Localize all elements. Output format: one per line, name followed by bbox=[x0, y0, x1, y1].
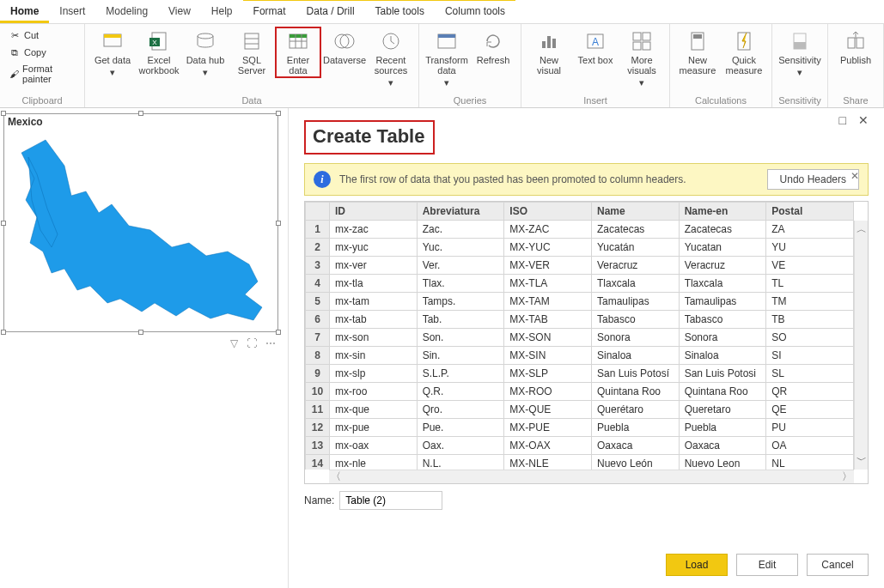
grid-cell[interactable]: MX-NLE bbox=[504, 455, 592, 470]
vertical-scrollbar[interactable]: ︿ ﹀ bbox=[854, 221, 868, 470]
text-box-button[interactable]: A Text box bbox=[573, 27, 618, 67]
grid-cell[interactable]: Zacatecas bbox=[679, 221, 766, 239]
grid-cell[interactable]: Q.R. bbox=[417, 383, 504, 401]
more-options-icon[interactable]: ⋯ bbox=[265, 337, 276, 349]
grid-cell[interactable]: MX-ZAC bbox=[504, 221, 592, 239]
grid-cell[interactable]: TL bbox=[766, 275, 854, 293]
grid-cell[interactable]: Sinaloa bbox=[679, 347, 766, 365]
scroll-down-icon[interactable]: ﹀ bbox=[855, 452, 869, 470]
data-hub-button[interactable]: Data hub▾ bbox=[183, 27, 228, 79]
get-data-button[interactable]: Get data▾ bbox=[90, 27, 135, 79]
grid-cell[interactable]: mx-pue bbox=[330, 419, 418, 437]
column-header[interactable]: ISO bbox=[504, 203, 592, 221]
grid-cell[interactable]: Tamaulipas bbox=[679, 293, 766, 311]
grid-cell[interactable]: MX-QUE bbox=[504, 401, 592, 419]
grid-cell[interactable]: mx-tla bbox=[330, 275, 418, 293]
row-number[interactable]: 12 bbox=[306, 419, 330, 437]
grid-cell[interactable]: Zac. bbox=[417, 221, 504, 239]
grid-cell[interactable]: TM bbox=[766, 293, 854, 311]
excel-workbook-button[interactable]: X Excel workbook bbox=[137, 27, 181, 77]
tab-modeling[interactable]: Modeling bbox=[95, 0, 158, 23]
grid-cell[interactable]: Sinaloa bbox=[591, 347, 679, 365]
row-number[interactable]: 6 bbox=[306, 311, 330, 329]
undo-headers-button[interactable]: Undo Headers bbox=[767, 169, 859, 190]
new-measure-button[interactable]: New measure bbox=[675, 27, 720, 77]
grid-cell[interactable]: Qro. bbox=[417, 401, 504, 419]
grid-cell[interactable]: SO bbox=[766, 329, 854, 347]
grid-cell[interactable]: MX-SON bbox=[504, 329, 592, 347]
grid-cell[interactable]: Puebla bbox=[679, 419, 766, 437]
column-header[interactable]: ID bbox=[330, 203, 418, 221]
row-number[interactable]: 9 bbox=[306, 365, 330, 383]
grid-cell[interactable]: MX-SIN bbox=[504, 347, 592, 365]
sql-server-button[interactable]: SQL Server bbox=[229, 27, 274, 77]
grid-cell[interactable]: S.L.P. bbox=[417, 365, 504, 383]
grid-cell[interactable]: mx-sin bbox=[330, 347, 418, 365]
grid-cell[interactable]: mx-tam bbox=[330, 293, 418, 311]
load-button[interactable]: Load bbox=[666, 554, 728, 576]
column-header[interactable]: Name bbox=[591, 203, 679, 221]
dataverse-button[interactable]: Dataverse bbox=[322, 27, 367, 67]
grid-cell[interactable]: VE bbox=[766, 257, 854, 275]
grid-cell[interactable]: Querétaro bbox=[591, 401, 679, 419]
row-number[interactable]: 11 bbox=[306, 401, 330, 419]
dialog-close-icon[interactable]: ✕ bbox=[858, 113, 869, 127]
grid-cell[interactable]: Queretaro bbox=[679, 401, 766, 419]
sensitivity-button[interactable]: Sensitivity▾ bbox=[777, 27, 822, 79]
grid-cell[interactable]: Yucatan bbox=[679, 239, 766, 257]
grid-cell[interactable]: Son. bbox=[417, 329, 504, 347]
recent-sources-button[interactable]: Recent sources▾ bbox=[369, 27, 413, 89]
grid-cell[interactable]: Sonora bbox=[679, 329, 766, 347]
grid-cell[interactable]: SL bbox=[766, 365, 854, 383]
refresh-button[interactable]: Refresh bbox=[471, 27, 515, 67]
horizontal-scrollbar[interactable]: 〈 〉 bbox=[329, 470, 854, 483]
tab-insert[interactable]: Insert bbox=[49, 0, 95, 23]
column-header[interactable]: Abreviatura bbox=[417, 203, 504, 221]
grid-cell[interactable]: Oaxaca bbox=[679, 437, 766, 455]
scroll-right-icon[interactable]: 〉 bbox=[840, 468, 854, 484]
filter-icon[interactable]: ▽ bbox=[230, 337, 238, 349]
row-number[interactable]: 10 bbox=[306, 383, 330, 401]
grid-cell[interactable]: Veracruz bbox=[591, 257, 679, 275]
grid-cell[interactable]: Quintana Roo bbox=[591, 383, 679, 401]
grid-cell[interactable]: MX-TLA bbox=[504, 275, 592, 293]
more-visuals-button[interactable]: More visuals▾ bbox=[619, 27, 664, 89]
grid-cell[interactable]: N.L. bbox=[417, 455, 504, 470]
grid-cell[interactable]: mx-roo bbox=[330, 383, 418, 401]
grid-cell[interactable]: Tamaulipas bbox=[591, 293, 679, 311]
grid-cell[interactable]: MX-TAM bbox=[504, 293, 592, 311]
grid-cell[interactable]: Ver. bbox=[417, 257, 504, 275]
grid-cell[interactable]: MX-TAB bbox=[504, 311, 592, 329]
tab-data-drill[interactable]: Data / Drill bbox=[296, 0, 365, 23]
row-number[interactable]: 4 bbox=[306, 275, 330, 293]
row-number[interactable]: 3 bbox=[306, 257, 330, 275]
tab-format[interactable]: Format bbox=[243, 0, 296, 23]
row-number[interactable]: 13 bbox=[306, 437, 330, 455]
row-number[interactable]: 8 bbox=[306, 347, 330, 365]
grid-cell[interactable]: Puebla bbox=[591, 419, 679, 437]
grid-cell[interactable]: Nuevo León bbox=[591, 455, 679, 470]
grid-cell[interactable]: ZA bbox=[766, 221, 854, 239]
enter-data-button[interactable]: Enter data bbox=[276, 27, 320, 77]
grid-cell[interactable]: Tlaxcala bbox=[679, 275, 766, 293]
grid-cell[interactable]: Quintana Roo bbox=[679, 383, 766, 401]
edit-button[interactable]: Edit bbox=[736, 554, 798, 576]
grid-cell[interactable]: Zacatecas bbox=[591, 221, 679, 239]
grid-cell[interactable]: Yuc. bbox=[417, 239, 504, 257]
grid-cell[interactable]: Veracruz bbox=[679, 257, 766, 275]
grid-cell[interactable]: mx-yuc bbox=[330, 239, 418, 257]
grid-cell[interactable]: TB bbox=[766, 311, 854, 329]
grid-corner[interactable] bbox=[306, 203, 330, 221]
grid-cell[interactable]: mx-son bbox=[330, 329, 418, 347]
tab-table-tools[interactable]: Table tools bbox=[365, 0, 435, 23]
dialog-maximize-icon[interactable]: □ bbox=[839, 113, 846, 127]
tab-help[interactable]: Help bbox=[201, 0, 243, 23]
quick-measure-button[interactable]: Quick measure bbox=[722, 27, 766, 77]
grid-cell[interactable]: mx-tab bbox=[330, 311, 418, 329]
grid-cell[interactable]: MX-VER bbox=[504, 257, 592, 275]
grid-cell[interactable]: QR bbox=[766, 383, 854, 401]
grid-cell[interactable]: SI bbox=[766, 347, 854, 365]
copy-button[interactable]: ⧉Copy bbox=[5, 45, 79, 60]
grid-cell[interactable]: Tabasco bbox=[591, 311, 679, 329]
grid-cell[interactable]: PU bbox=[766, 419, 854, 437]
